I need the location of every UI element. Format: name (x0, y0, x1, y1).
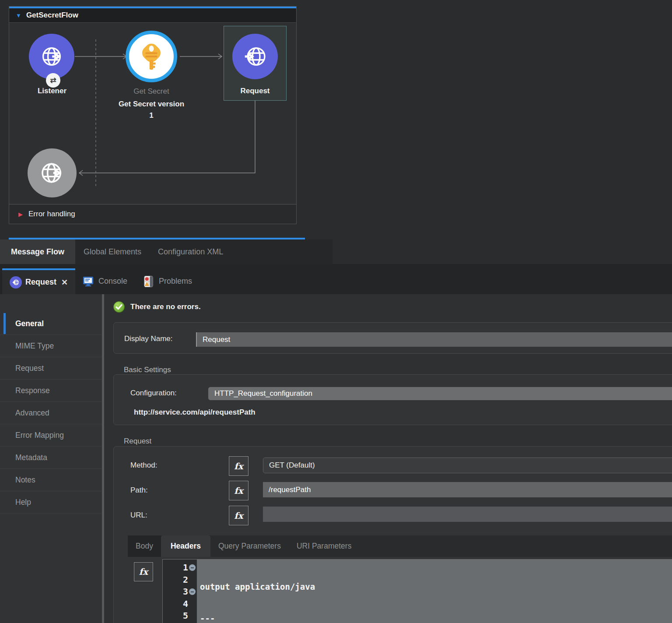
editor-code[interactable]: output application/java --- { "Bearer" :… (197, 560, 672, 623)
get-secret-sublabel-2: 1 (108, 111, 195, 120)
tab-global-elements[interactable]: Global Elements (75, 239, 150, 264)
close-icon[interactable]: ✕ (61, 278, 68, 287)
key-icon (137, 42, 166, 71)
problems-icon (144, 275, 154, 288)
sidebar-item-metadata[interactable]: Metadata (0, 447, 102, 469)
sidebar-item-error-mapping[interactable]: Error Mapping (0, 424, 102, 447)
flow-editor-panel: ▼ GetSecretFlow ⇄ Listener (9, 6, 297, 224)
get-secret-node[interactable] (126, 31, 177, 82)
url-input[interactable] (263, 507, 672, 522)
fx-expression-button-path[interactable]: fx (229, 481, 248, 500)
status-message: There are no errors. (130, 303, 201, 311)
method-select[interactable]: GET (Default) (263, 458, 672, 473)
tab-problems-label: Problems (159, 277, 192, 286)
tab-console[interactable]: Console (82, 268, 127, 294)
fold-marker-icon[interactable] (189, 588, 196, 595)
sidebar-item-advanced[interactable]: Advanced (0, 402, 102, 424)
display-name-label: Display Name: (124, 334, 173, 343)
properties-sidebar: General MIME Type Request Response Advan… (0, 294, 102, 623)
path-label: Path: (130, 486, 148, 495)
line-number: 5 (163, 610, 197, 622)
tab-request-label: Request (25, 278, 56, 287)
editor-gutter: 1 2 3 4 5 (163, 560, 197, 623)
request-section-title: Request (124, 437, 151, 446)
properties-view-tabbar: Request ✕ Console Problems (0, 264, 672, 294)
globe-arrow-icon (38, 43, 65, 70)
properties-panel: General MIME Type Request Response Advan… (0, 294, 672, 623)
flow-header[interactable]: ▼ GetSecretFlow (9, 8, 296, 23)
error-handling-label: Error handling (28, 210, 75, 218)
get-secret-sublabel: Get Secret version (108, 100, 195, 109)
subtab-body[interactable]: Body (128, 535, 161, 557)
get-secret-label: Get Secret (116, 87, 186, 96)
properties-content: There are no errors. Display Name: Reque… (104, 294, 672, 623)
listener-exchange-badge-icon: ⇄ (46, 73, 60, 88)
fx-expression-button-method[interactable]: fx (229, 456, 248, 476)
collapse-triangle-icon[interactable]: ▶ (18, 211, 23, 218)
display-name-group: Display Name: Request (113, 322, 672, 354)
sidebar-item-notes[interactable]: Notes (0, 469, 102, 491)
configuration-select[interactable]: HTTP_Request_configuration (208, 387, 672, 400)
basic-settings-title: Basic Settings (124, 366, 171, 374)
fold-marker-icon[interactable] (189, 564, 196, 571)
headers-dataweave-editor[interactable]: 1 2 3 4 5 output application/java --- { … (162, 559, 672, 623)
tab-request-properties[interactable]: Request ✕ (2, 268, 75, 294)
tab-problems[interactable]: Problems (144, 268, 192, 294)
request-settings-group: Method: fx GET (Default) Path: fx /reque… (113, 446, 672, 623)
configuration-label: Configuration: (130, 389, 177, 398)
tab-console-label: Console (98, 277, 127, 286)
collapse-triangle-icon[interactable]: ▼ (16, 12, 21, 19)
sidebar-item-help[interactable]: Help (0, 491, 102, 514)
flow-view-tabs: Message Flow Global Elements Configurati… (0, 239, 332, 264)
sidebar-item-general[interactable]: General (0, 313, 102, 335)
sidebar-item-response[interactable]: Response (0, 380, 102, 402)
status-row: There are no errors. (113, 301, 201, 313)
flow-canvas[interactable]: ⇄ Listener Get Secret Get Secret version… (9, 23, 296, 204)
request-subtabs: Body Headers Query Parameters URI Parame… (128, 535, 672, 557)
sidebar-item-request[interactable]: Request (0, 357, 102, 380)
url-label: URL: (130, 511, 147, 520)
request-node-label: Request (224, 87, 287, 95)
subtab-query-parameters[interactable]: Query Parameters (210, 535, 289, 557)
subtab-uri-parameters[interactable]: URI Parameters (289, 535, 359, 557)
line-number: 4 (163, 598, 197, 610)
fx-expression-button-headers[interactable]: fx (134, 562, 153, 581)
tab-message-flow[interactable]: Message Flow (0, 239, 75, 264)
resolved-url-text: http://service.com/api/requestPath (134, 408, 256, 417)
listener-node[interactable] (29, 34, 74, 79)
globe-arrow-icon (242, 43, 269, 70)
fx-expression-button-url[interactable]: fx (229, 506, 248, 525)
sidebar-section-list: General MIME Type Request Response Advan… (0, 313, 102, 514)
tab-configuration-xml[interactable]: Configuration XML (150, 239, 231, 264)
http-request-icon (10, 276, 22, 289)
flow-title: GetSecretFlow (26, 11, 78, 20)
path-input[interactable]: /requestPath (263, 482, 672, 497)
display-name-input[interactable]: Request (196, 332, 672, 347)
listener-label: Listener (26, 87, 78, 95)
error-target-node[interactable] (28, 148, 77, 197)
subtab-headers[interactable]: Headers (161, 535, 210, 557)
request-node[interactable] (232, 34, 278, 79)
console-icon (82, 275, 94, 287)
method-label: Method: (130, 461, 157, 470)
code-line: --- (200, 612, 672, 623)
code-line: output application/java (200, 581, 672, 593)
basic-settings-group: Configuration: HTTP_Request_configuratio… (113, 374, 672, 425)
error-handling-section[interactable]: ▶ Error handling (9, 204, 296, 224)
no-errors-check-icon (113, 301, 125, 313)
globe-arrow-icon (38, 158, 66, 187)
sidebar-item-mime-type[interactable]: MIME Type (0, 335, 102, 357)
line-number: 2 (163, 574, 197, 586)
